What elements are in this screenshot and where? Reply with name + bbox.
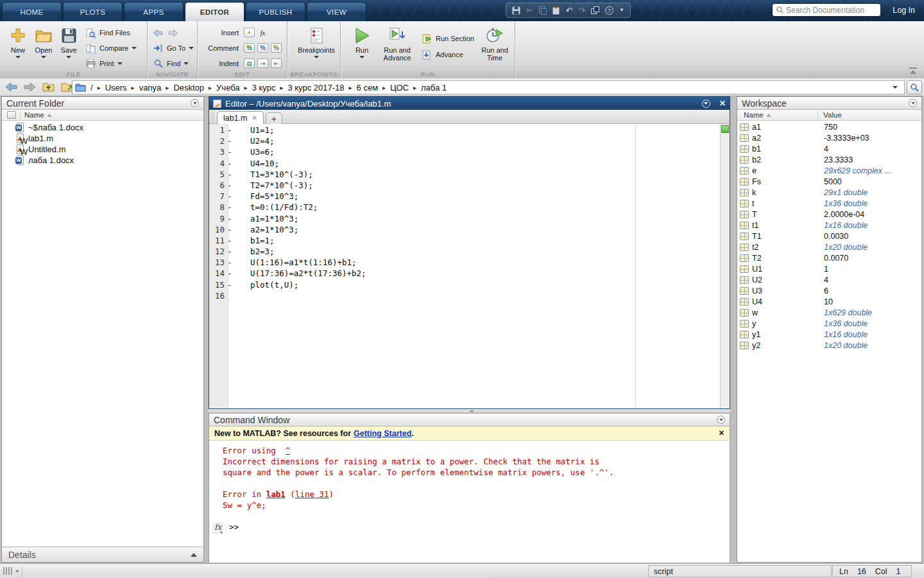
- ribbon-tab[interactable]: EDITOR: [185, 2, 244, 21]
- workspace-variable-row[interactable]: t 1x36 double: [737, 198, 921, 209]
- code-line[interactable]: 6 - T2=7*10^(-3);: [209, 180, 719, 191]
- error-line-link[interactable]: line 31: [295, 489, 329, 499]
- new-tab-button[interactable]: +: [266, 112, 282, 124]
- search-folder-button[interactable]: [907, 80, 922, 94]
- workspace-variable-row[interactable]: t1 1x16 double: [737, 220, 921, 231]
- panel-menu-icon[interactable]: [717, 416, 725, 424]
- login-button[interactable]: Log In: [893, 6, 915, 15]
- breadcrumb-segment[interactable]: Учеба: [216, 83, 252, 92]
- code-line[interactable]: 1 - U1=1;: [209, 125, 719, 136]
- code-analyzer-ok-indicator[interactable]: [721, 125, 729, 133]
- file-list-item[interactable]: W лаба 1.docx: [2, 155, 203, 166]
- find-files-button[interactable]: Find Files: [85, 26, 137, 40]
- breadcrumb-segment[interactable]: 3 курс 2017-18: [287, 83, 356, 92]
- code-line[interactable]: 4 - U4=10;: [209, 159, 719, 170]
- forward-nav-icon[interactable]: [24, 82, 36, 92]
- workspace-variable-row[interactable]: t2 1x20 double: [737, 241, 921, 252]
- code-line[interactable]: 11 - b1=1;: [209, 236, 719, 247]
- workspace-variable-row[interactable]: T 2.0000e-04: [737, 209, 921, 220]
- workspace-variable-row[interactable]: U3 6: [737, 285, 921, 296]
- panel-menu-icon[interactable]: [909, 99, 917, 107]
- code-line[interactable]: 14 - U(17:36)=a2*t(17:36)+b2;: [209, 268, 719, 279]
- comment-icon[interactable]: %: [244, 43, 255, 53]
- workspace-variable-row[interactable]: e 29x629 complex ...: [737, 165, 921, 176]
- up-one-level-icon[interactable]: [42, 82, 55, 92]
- back-nav-icon[interactable]: [5, 82, 17, 92]
- workspace-columns-header[interactable]: Name Value: [737, 110, 921, 121]
- code-line[interactable]: 13 - U(1:16)=a1*t(1:16)+b1;: [209, 258, 719, 268]
- error-caret-link[interactable]: ^: [286, 446, 291, 455]
- workspace-variable-row[interactable]: k 29x1 double: [737, 187, 921, 198]
- code-line[interactable]: 3 - U3=6;: [209, 147, 719, 158]
- path-dropdown-caret-icon[interactable]: [893, 86, 898, 89]
- indent-left-icon[interactable]: ⇤: [271, 58, 282, 68]
- fx-button[interactable]: fx: [212, 522, 223, 534]
- command-window-body[interactable]: Error using ^Incorrect dimensions for ra…: [209, 441, 730, 563]
- advance-button[interactable]: Advance: [422, 48, 474, 62]
- code-line[interactable]: 12 - b2=3;: [209, 247, 719, 258]
- code-line[interactable]: 2 - U2=4;: [209, 136, 719, 147]
- cut-icon[interactable]: ✂: [526, 6, 533, 15]
- insert-section-icon[interactable]: +: [244, 28, 255, 37]
- getting-started-link[interactable]: Getting Started: [354, 429, 411, 438]
- breadcrumb-segment[interactable]: vanya: [139, 83, 174, 92]
- run-and-time-button[interactable]: Run and Time: [477, 23, 513, 69]
- forward-icon[interactable]: [168, 29, 178, 37]
- workspace-variable-row[interactable]: a1 750: [737, 121, 921, 132]
- find-button[interactable]: Find: [153, 57, 194, 71]
- breadcrumb-segment[interactable]: Desktop: [173, 83, 216, 92]
- indent-right-icon[interactable]: ⇥: [257, 58, 268, 68]
- breadcrumb-segment[interactable]: 3 курс: [252, 83, 288, 92]
- editor-title-bar[interactable]: Editor – /Users/vanya/Desktop/Учеба/lab1…: [209, 97, 730, 110]
- ribbon-tab[interactable]: HOME: [2, 2, 62, 21]
- workspace-variable-row[interactable]: Fs 5000: [737, 176, 921, 187]
- file-list-item[interactable]: W lab1.m: [2, 133, 203, 144]
- run-and-advance-button[interactable]: Run and Advance: [378, 23, 416, 69]
- code-analyzer-strip[interactable]: [720, 124, 730, 408]
- workspace-variable-row[interactable]: U4 10: [737, 296, 921, 307]
- search-input[interactable]: [786, 6, 877, 15]
- wrap-comments-icon[interactable]: %: [271, 43, 282, 53]
- ribbon-tab[interactable]: APPS: [124, 2, 184, 21]
- workspace-variable-row[interactable]: U2 4: [737, 274, 921, 285]
- workspace-variable-row[interactable]: w 1x629 double: [737, 307, 921, 318]
- save-button[interactable]: Save: [54, 23, 83, 69]
- breadcrumb-segment[interactable]: /: [90, 83, 105, 92]
- print-button[interactable]: Print: [85, 57, 137, 71]
- tab-close-icon[interactable]: ✕: [252, 114, 257, 121]
- code-line[interactable]: 5 - T1=3*10^(-3);: [209, 170, 719, 180]
- current-folder-path[interactable]: / Users vanya Desktop Учеба 3 курс 3 кур…: [72, 80, 905, 94]
- ribbon-tab[interactable]: PLOTS: [63, 2, 123, 21]
- run-section-button[interactable]: Run Section: [422, 31, 474, 46]
- workspace-variable-row[interactable]: a2 -3.3333e+03: [737, 132, 921, 143]
- help-icon[interactable]: ?: [605, 6, 613, 15]
- code-line[interactable]: 15 - plot(t,U);: [209, 280, 719, 291]
- workspace-variable-row[interactable]: T1 0.0030: [737, 231, 921, 241]
- breadcrumb-segment[interactable]: 6 сем: [357, 83, 391, 92]
- error-file-link[interactable]: lab1: [266, 489, 286, 499]
- file-list-item[interactable]: W ~$лаба 1.docx: [2, 122, 203, 133]
- breakpoints-button[interactable]: Breakpoints: [298, 23, 334, 69]
- workspace-variable-row[interactable]: T2 0.0070: [737, 252, 921, 263]
- paste-icon[interactable]: [552, 6, 560, 15]
- insert-function-icon[interactable]: fx: [257, 28, 268, 37]
- file-list-item[interactable]: W Untitled.m: [2, 144, 203, 155]
- windows-icon[interactable]: [591, 6, 599, 14]
- ribbon-tab[interactable]: VIEW: [307, 2, 366, 21]
- editor-close-icon[interactable]: ✕: [719, 100, 726, 107]
- command-prompt[interactable]: >>: [229, 522, 239, 532]
- qat-dropdown-caret-icon[interactable]: ▼: [619, 8, 624, 13]
- back-icon[interactable]: [153, 29, 163, 37]
- workspace-variable-row[interactable]: b1 4: [737, 143, 921, 154]
- uncomment-icon[interactable]: %: [257, 43, 268, 53]
- panel-menu-icon[interactable]: [191, 99, 199, 107]
- workspace-variable-row[interactable]: b2 23.3333: [737, 154, 921, 165]
- save-icon[interactable]: [512, 6, 520, 15]
- banner-close-icon[interactable]: ✕: [719, 429, 724, 437]
- workspace-variable-row[interactable]: y2 1x20 double: [737, 340, 921, 351]
- code-line[interactable]: 10 - a2=1*10^3;: [209, 225, 719, 236]
- run-button[interactable]: Run: [347, 23, 377, 69]
- undo-icon[interactable]: ↶: [565, 6, 572, 15]
- workspace-variable-row[interactable]: y 1x36 double: [737, 318, 921, 329]
- code-line[interactable]: 9 - a1=1*10^3;: [209, 214, 719, 225]
